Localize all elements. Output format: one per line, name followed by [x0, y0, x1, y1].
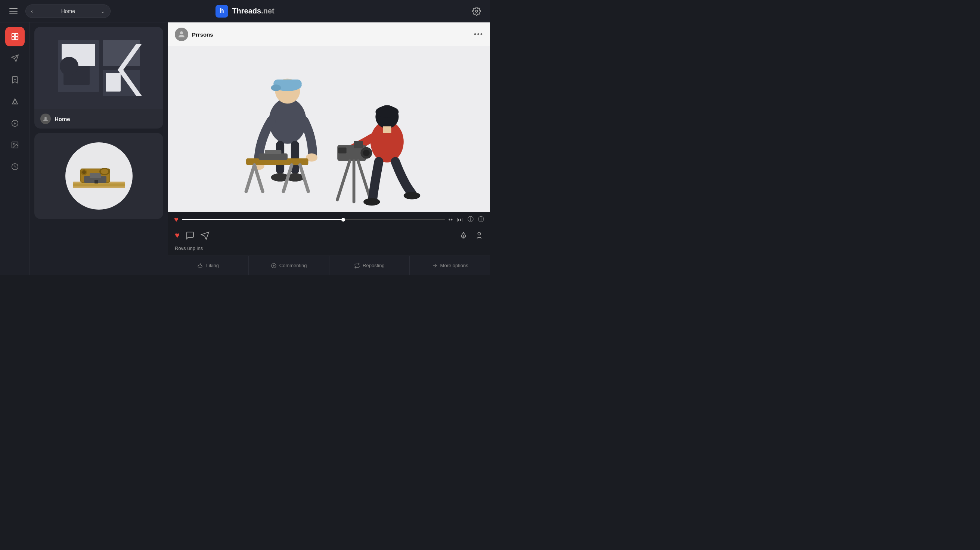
home-card-image: [34, 27, 163, 109]
home-dropdown[interactable]: ‹ Home ⌄: [25, 5, 111, 18]
svg-rect-3: [11, 37, 14, 40]
svg-rect-29: [90, 173, 101, 178]
sidebar-item-bookmark[interactable]: [5, 70, 25, 90]
post-actions: ♥: [168, 227, 490, 244]
comment-icon: [186, 231, 194, 240]
chevron-down-icon: ⌄: [100, 8, 105, 14]
post-more-button[interactable]: •••: [474, 30, 483, 38]
post-author-name: Prrsons: [192, 31, 213, 38]
sidebar-item-photo[interactable]: [5, 135, 25, 155]
fire-button[interactable]: [460, 231, 468, 239]
bottom-item-commenting[interactable]: Commenting: [249, 256, 329, 275]
home-card[interactable]: Home: [34, 27, 163, 129]
chevron-left-icon: ‹: [31, 8, 33, 14]
svg-point-33: [82, 171, 86, 174]
settings-button[interactable]: [469, 4, 484, 19]
commenting-label: Commenting: [279, 263, 307, 268]
svg-rect-34: [94, 180, 98, 183]
video-progress-bar[interactable]: [182, 219, 445, 220]
comment-button[interactable]: [186, 231, 194, 240]
tool-card[interactable]: [34, 133, 163, 219]
menu-button[interactable]: [6, 4, 21, 19]
clock-icon: [11, 163, 19, 171]
post-author: Prrsons: [175, 28, 213, 41]
brand-logo: h: [215, 5, 228, 18]
more-options-label: More options: [440, 263, 468, 268]
svg-rect-53: [258, 153, 288, 160]
svg-rect-25: [73, 183, 125, 187]
svg-rect-36: [168, 46, 490, 212]
svg-point-23: [45, 117, 47, 119]
content-area: Prrsons •••: [168, 22, 490, 275]
svg-point-35: [180, 31, 183, 34]
liking-icon: [197, 263, 204, 269]
sidebar-item-sticker[interactable]: [5, 113, 25, 133]
svg-point-41: [271, 84, 281, 91]
sidebar-item-clock[interactable]: [5, 157, 25, 176]
topbar-center: h Threads.net: [111, 5, 379, 18]
gear-icon: [472, 7, 481, 16]
sidebar-item-send[interactable]: [5, 49, 25, 68]
woodplane-illustration: [69, 157, 129, 194]
svg-rect-61: [354, 141, 363, 148]
bottom-item-more-options[interactable]: More options: [410, 256, 490, 275]
more-options-icon: [432, 263, 438, 269]
sidebar: [0, 22, 30, 275]
svg-rect-54: [265, 150, 281, 154]
svg-rect-4: [15, 37, 18, 40]
brand-letter: h: [220, 7, 224, 15]
profile-button[interactable]: [475, 231, 483, 239]
sidebar-item-active[interactable]: [5, 27, 25, 46]
svg-point-68: [363, 198, 380, 206]
video-progress-dot: [341, 218, 345, 222]
hamburger-icon: [10, 8, 18, 14]
video-skip-icon[interactable]: ⏭: [457, 216, 463, 223]
share-button[interactable]: [200, 231, 210, 240]
video-controls: ♥ •• ⏭ ⓘ ⓘ: [168, 212, 490, 227]
brand-name-text: Threads: [232, 7, 261, 15]
brand-name: Threads.net: [232, 7, 274, 15]
home-card-footer: Home: [34, 109, 163, 129]
fire-icon: [460, 231, 468, 239]
post-header: Prrsons •••: [168, 22, 490, 46]
reposting-icon: [354, 263, 360, 269]
liking-label: Liking: [206, 263, 219, 268]
like-button[interactable]: ♥: [175, 231, 180, 240]
active-icon: [11, 32, 19, 41]
video-dots-icon[interactable]: ••: [449, 216, 453, 223]
shapes-icon: [11, 97, 19, 106]
svg-rect-62: [338, 148, 346, 153]
topbar-right: [379, 4, 484, 19]
post-label: Rovs ünp ins: [168, 244, 490, 255]
svg-point-9: [13, 100, 16, 103]
bottom-item-liking[interactable]: Liking: [168, 256, 249, 275]
tool-card-circle: [65, 142, 133, 210]
bottom-item-reposting[interactable]: Reposting: [329, 256, 410, 275]
sidebar-item-shapes[interactable]: [5, 92, 25, 112]
svg-point-69: [404, 192, 420, 199]
video-info-icon[interactable]: ⓘ: [468, 215, 474, 223]
profile-icon: [475, 231, 483, 239]
svg-point-12: [13, 143, 14, 144]
topbar: ‹ Home ⌄ h Threads.net: [0, 0, 490, 22]
video-control-icons: •• ⏭ ⓘ ⓘ: [449, 215, 484, 223]
post-image: [168, 46, 490, 212]
video-settings-icon[interactable]: ⓘ: [478, 215, 484, 223]
svg-point-20: [60, 57, 78, 75]
action-group-left: ♥: [175, 231, 210, 240]
svg-point-0: [476, 10, 478, 12]
home-dropdown-label: Home: [61, 8, 75, 14]
svg-rect-58: [383, 126, 391, 133]
video-heart-icon: ♥: [174, 215, 178, 224]
svg-rect-1: [11, 33, 14, 36]
svg-point-64: [363, 150, 370, 156]
post-label-text: Rovs ünp ins: [175, 246, 203, 251]
send-icon: [11, 54, 19, 62]
bookmark-icon: [11, 76, 19, 84]
letterform-graphic: [51, 32, 148, 104]
bottom-bar: Liking Commenting Reposting: [168, 255, 490, 275]
brand-domain: .net: [261, 7, 275, 15]
share-icon: [200, 231, 210, 240]
svg-point-57: [375, 106, 398, 118]
commenting-icon: [271, 263, 277, 269]
